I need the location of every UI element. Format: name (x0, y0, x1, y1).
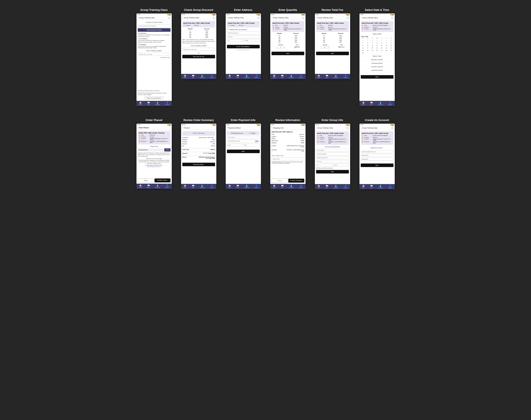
card-radio[interactable]: Debit/Credit Card (231, 132, 243, 134)
nav-account[interactable]: 👤Account (299, 185, 303, 188)
duration-button[interactable]: Class Duration 90 Mins (138, 28, 171, 32)
calendar-day[interactable]: 22 (389, 47, 394, 49)
city-input[interactable]: Houston (316, 160, 349, 163)
calendar-day[interactable]: 28 (370, 39, 375, 42)
nav-home[interactable]: 🏠Home (139, 102, 142, 105)
phone-input[interactable]: (1) 832 092 3811 (316, 152, 349, 155)
nav-home[interactable]: 🏠Home (139, 184, 142, 188)
nav-learn[interactable]: 📖Learn (192, 75, 194, 78)
prev-month-icon[interactable]: ‹ (388, 36, 391, 37)
cart-icon[interactable]: 🛒 (346, 127, 349, 129)
calendar-day[interactable]: 3 (375, 52, 379, 54)
nav-certificate[interactable]: 💧Certificate (334, 75, 338, 78)
cart-icon[interactable]: 🛒 (213, 17, 215, 19)
nav-certificate[interactable]: 💧Certificate (289, 185, 294, 188)
nav-account[interactable]: 👤Account (254, 185, 258, 188)
state-input[interactable]: TX (316, 164, 332, 167)
cancellation-link[interactable]: Cancellation Policy (160, 57, 171, 58)
cvv-input[interactable]: 092 (244, 144, 260, 147)
calendar-day[interactable]: 27 (379, 49, 384, 52)
nav-home[interactable]: 🏠Home (317, 75, 320, 78)
time-slot[interactable]: 10:30 AM-12:00 PM (361, 62, 394, 65)
nav-account[interactable]: 👤Account (210, 75, 214, 78)
time-slot[interactable]: 03:00 PM-04:30 PM (361, 69, 394, 72)
calendar-day[interactable]: 10 (365, 44, 370, 47)
nav-learn[interactable]: 📖Learn (281, 75, 284, 78)
go-arrow-icon[interactable]: → (168, 54, 169, 55)
nav-certificate[interactable]: 💧Certificate (378, 102, 383, 105)
nav-account[interactable]: 👤Account (388, 102, 392, 105)
name-input[interactable]: Nolan Reiner (316, 149, 349, 152)
calendar-day[interactable]: 5 (384, 52, 389, 54)
calendar-day[interactable]: 26 (375, 49, 379, 52)
calendar-day[interactable]: 29 (375, 39, 379, 42)
calendar-day[interactable]: 21 (384, 47, 389, 49)
check-discount-button[interactable]: Check Group Discount › (144, 96, 164, 100)
review-course-button[interactable]: Review Course ›› (155, 179, 171, 182)
back-icon[interactable]: ‹ (182, 127, 183, 129)
calendar-day[interactable]: 16 (361, 47, 366, 49)
street-input[interactable]: 10326 Newway Rd. (316, 156, 349, 159)
city-input[interactable]: Houston (227, 35, 260, 38)
calendar-day[interactable]: 15 (389, 44, 394, 47)
nav-account[interactable]: 👤Account (388, 185, 392, 188)
nav-home[interactable]: 🏠Home (273, 185, 275, 188)
nav-account[interactable]: 👤Account (165, 184, 169, 188)
nav-learn[interactable]: 📖Learn (326, 75, 328, 78)
calendar-day[interactable]: 4 (370, 42, 375, 44)
time-slot[interactable]: 01:00 PM -02:30 PM (361, 65, 394, 69)
qty-stepper[interactable]: -1+ (276, 46, 285, 49)
checkout-button[interactable]: Process Checkout ›› (288, 179, 304, 183)
cart-icon[interactable]: 🛒 (302, 17, 304, 19)
calendar-day[interactable]: 6 (379, 42, 384, 44)
coupon-input[interactable]: coupon code (271, 157, 304, 160)
nav-certificate[interactable]: 💧Certificate (244, 75, 249, 78)
calendar-day[interactable]: 23 (361, 49, 366, 52)
copy-button[interactable]: COPY (164, 148, 170, 151)
nav-home[interactable]: 🏠Home (184, 185, 186, 188)
calendar-day[interactable]: 31 (384, 39, 389, 42)
back-icon[interactable]: ‹ (271, 17, 272, 19)
nav-learn[interactable]: 📖Learn (370, 185, 373, 188)
email-link[interactable]: nolanreiner@mymail.com. (147, 166, 161, 167)
calendar-day[interactable]: 12 (375, 44, 379, 47)
nav-learn[interactable]: 📖Learn (236, 75, 239, 78)
cancel-button[interactable]: Cancel (271, 179, 288, 183)
next-button[interactable]: Next› (316, 170, 349, 173)
name-input[interactable]: Nolan Reiner› (227, 136, 260, 139)
calendar-day[interactable]: 25 (370, 49, 375, 52)
zip-input[interactable]: 77047 (333, 164, 349, 167)
calendar-day[interactable]: 30 (379, 39, 384, 42)
next-button[interactable]: Next (361, 164, 394, 167)
nav-home[interactable]: 🏠Home (362, 185, 365, 188)
back-icon[interactable]: ‹ (316, 17, 317, 19)
nav-certificate[interactable]: 💧Certificate (244, 185, 249, 188)
nav-certificate[interactable]: 💧Certificate (155, 184, 160, 188)
format-dropdown[interactable]: Onsite Instructor-Led Training ⇅ (138, 24, 171, 27)
exp-input[interactable]: 04/27 (227, 144, 243, 147)
nav-learn[interactable]: 📖Learn (281, 185, 284, 188)
back-icon[interactable]: ‹ (227, 127, 228, 129)
nav-account[interactable]: 👤Account (210, 185, 214, 188)
calendar-day[interactable]: 7 (384, 42, 389, 44)
nav-certificate[interactable]: 💧Certificate (289, 75, 294, 78)
nav-certificate[interactable]: 💧Certificate (200, 185, 205, 188)
done-button[interactable]: Done (138, 179, 154, 182)
location-search[interactable]: 🔍 enter city or zip code→ (138, 53, 171, 56)
confirm-input[interactable]: ●●●●●●●●● (361, 158, 394, 161)
go-arrow-icon[interactable]: → (213, 48, 214, 50)
password-input[interactable]: ●●●●●●●●● (361, 154, 394, 157)
calendar-day[interactable]: 4 (379, 52, 384, 54)
cart-icon[interactable]: 🛒 (391, 17, 394, 19)
calendar-day[interactable]: 17 (365, 47, 370, 49)
back-icon[interactable]: ‹ (271, 127, 272, 129)
nav-account[interactable]: 👤Account (254, 75, 258, 78)
nav-home[interactable]: 🏠Home (362, 102, 365, 105)
we-come-button[interactable]: We Come To You› (182, 55, 215, 58)
next-button[interactable]: Next (361, 75, 394, 79)
calendar-day[interactable]: 30 (361, 52, 366, 54)
go-address-button[interactable]: Go To This Address ›› (227, 45, 260, 48)
next-button[interactable]: Next› (271, 52, 304, 55)
calendar-day[interactable]: 28 (384, 49, 389, 52)
calendar-day[interactable]: 9 (361, 44, 366, 47)
